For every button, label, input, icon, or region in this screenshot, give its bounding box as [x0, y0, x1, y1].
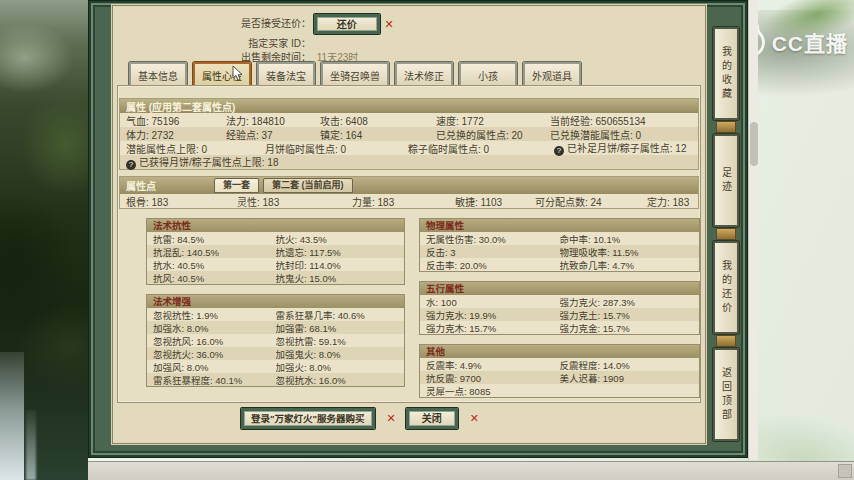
attribute-row: 气血: 75196法力: 184810攻击: 6408速度: 1772当前经验:… — [120, 113, 698, 127]
stat-cell: 根骨: 183 — [126, 194, 237, 209]
stat-cell: 抗封印: 114.0% — [276, 258, 399, 272]
stat-cell: 速度: 1772 — [436, 113, 550, 128]
stat-box-row: 忽视抗风: 16.0%忽视抗雷: 59.1% — [147, 334, 404, 347]
stat-value: 0 — [341, 144, 347, 155]
stat-value: 6408 — [346, 116, 368, 127]
stat-box-row: 雷系狂暴程度: 40.1%忽视抗水: 16.0% — [147, 373, 404, 386]
stat-cell: 反震程度: 14.0% — [560, 358, 693, 372]
red-mark-icon: ✕ — [470, 412, 479, 425]
side-nav-2[interactable]: 足迹 — [713, 134, 739, 227]
stat-value: 183 — [263, 197, 280, 208]
screen: CC直播 是否接受还价： 还价 ✕ 指定买家 ID： 出售剩余时间： 11天23… — [0, 0, 854, 480]
attributes-section-title: 属性 (应用第二套属性点) — [120, 99, 698, 113]
page-scrollbar[interactable] — [748, 0, 758, 460]
stat-label: 定力: — [647, 197, 673, 208]
stat-cell: 反击: 3 — [426, 245, 559, 259]
stat-box-title: 法术抗性 — [147, 219, 404, 232]
attribute-points-row: 根骨: 183灵性: 183力量: 183敏捷: 1103可分配点数: 24定力… — [120, 194, 698, 208]
red-mark-icon: ✕ — [385, 18, 394, 30]
attribute-row: 潜能属性点上限: 0月饼临时属性点: 0粽子临时属性点: 0?已补足月饼/粽子属… — [120, 141, 698, 155]
stat-box-row: 无属性伤害: 30.0%命中率: 10.1% — [420, 232, 699, 245]
window-content: 是否接受还价： 还价 ✕ 指定买家 ID： 出售剩余时间： 11天23时 基本信… — [113, 6, 705, 443]
stat-cell: 水: 100 — [426, 295, 559, 309]
stat-cell: 强力克土: 15.7% — [560, 308, 693, 322]
stat-label: 已兑换潜能属性点: — [550, 130, 636, 141]
stat-cell: 反震率: 4.9% — [426, 358, 559, 372]
login-server-buy-button[interactable]: 登录"万家灯火"服务器购买 — [241, 408, 375, 429]
stat-box: 法术抗性抗雷: 84.5%抗火: 43.5%抗混乱: 140.5%抗遗忘: 11… — [146, 218, 405, 285]
stat-box-row: 抗反震: 9700美人迟暮: 1909 — [420, 371, 699, 384]
stat-box-row: 抗混乱: 140.5%抗遗忘: 117.5% — [147, 245, 404, 258]
attribute-row: ?已获得月饼/粽子属性点上限: 18 — [120, 155, 698, 169]
stat-value: 24 — [591, 197, 602, 208]
stat-cell: 当前经验: 650655134 — [550, 113, 692, 128]
point-set-tabs: 第一套第二套 (当前启用) — [214, 178, 357, 193]
stat-cell: 加强风: 8.0% — [153, 360, 276, 374]
stat-value: 0 — [202, 144, 208, 155]
knot-divider — [716, 121, 736, 133]
stat-label: 速度: — [436, 116, 462, 127]
stat-box-row: 灵犀一点: 8085 — [420, 384, 699, 397]
knot-divider — [716, 335, 736, 347]
stat-cell: 美人迟暮: 1909 — [560, 371, 693, 385]
stat-value: 183 — [152, 197, 169, 208]
attribute-points-section: 属性点 第一套第二套 (当前启用) 根骨: 183灵性: 183力量: 183敏… — [119, 176, 699, 209]
stat-box-title: 物理属性 — [420, 219, 699, 232]
stat-label: 粽子临时属性点: — [408, 144, 484, 155]
stat-label: 已兑换的属性点: — [436, 130, 512, 141]
stat-cell: 加强鬼火: 8.0% — [276, 347, 399, 361]
stat-cell: 镇定: 164 — [320, 127, 436, 142]
stat-cell: 法力: 184810 — [226, 113, 320, 128]
stat-box-title: 其他 — [420, 345, 699, 358]
attribute-points-title: 属性点 — [126, 178, 214, 193]
stat-cell: 强力克火: 287.3% — [560, 295, 693, 309]
stat-cell: 强力克木: 15.7% — [426, 321, 559, 335]
side-nav-1[interactable]: 我的收藏 — [713, 27, 739, 120]
accept-counter-offer-row: 是否接受还价： 还价 ✕ — [215, 14, 394, 34]
status-bar — [88, 461, 854, 480]
scrollbar-thumb[interactable] — [750, 122, 758, 166]
stat-label: 攻击: — [320, 116, 346, 127]
stat-value: 2732 — [152, 130, 174, 141]
side-nav-3[interactable]: 我的还价 — [713, 241, 739, 334]
stat-cell: 抗反震: 9700 — [426, 371, 559, 385]
stat-box-row: 抗水: 40.5%抗封印: 114.0% — [147, 258, 404, 271]
stat-cell: 命中率: 10.1% — [560, 232, 693, 246]
stat-cell: 灵犀一点: 8085 — [426, 384, 559, 398]
close-button[interactable]: 关闭 — [406, 408, 458, 429]
accept-counter-offer-label: 是否接受还价： — [215, 15, 311, 30]
point-set-tab-2[interactable]: 第二套 (当前启用) — [263, 178, 353, 193]
stat-value: 20 — [512, 130, 523, 141]
stat-cell: 力量: 183 — [352, 194, 455, 209]
stat-cell: 抗火: 43.5% — [276, 232, 399, 246]
stat-cell: 忽视抗火: 36.0% — [153, 347, 276, 361]
stat-cell: 抗鬼火: 15.0% — [276, 271, 399, 285]
stat-cell: 雷系狂暴程度: 40.1% — [153, 373, 276, 387]
trade-detail-window: 是否接受还价： 还价 ✕ 指定买家 ID： 出售剩余时间： 11天23时 基本信… — [88, 0, 748, 458]
stat-cell: 忽视抗性: 1.9% — [153, 308, 276, 322]
counter-offer-button[interactable]: 还价 — [314, 14, 380, 34]
stat-cell: 物理吸收率: 11.5% — [560, 245, 693, 259]
question-icon[interactable]: ? — [126, 160, 136, 170]
stat-value: 164 — [346, 130, 363, 141]
stat-label: 根骨: — [126, 197, 152, 208]
stat-cell: 经验点: 37 — [226, 127, 320, 142]
point-set-tab-1[interactable]: 第一套 — [214, 178, 259, 193]
stat-value: 1103 — [481, 197, 503, 208]
stat-label: 已获得月饼/粽子属性点上限: — [139, 157, 267, 168]
stat-box-row: 加强水: 8.0%加强雷: 68.1% — [147, 321, 404, 334]
stat-boxes-right-column: 物理属性无属性伤害: 30.0%命中率: 10.1%反击: 3物理吸收率: 11… — [419, 218, 700, 407]
side-nav-4[interactable]: 返回顶部 — [713, 348, 739, 441]
stat-box: 物理属性无属性伤害: 30.0%命中率: 10.1%反击: 3物理吸收率: 11… — [419, 218, 700, 272]
stat-value: 184810 — [252, 116, 285, 127]
attributes-section: 属性 (应用第二套属性点) 气血: 75196法力: 184810攻击: 640… — [119, 98, 699, 170]
stat-cell: 加强水: 8.0% — [153, 321, 276, 335]
stat-label: 可分配点数: — [535, 197, 591, 208]
stat-cell: 气血: 75196 — [126, 113, 226, 128]
resize-grip[interactable] — [838, 464, 852, 478]
waterfall-image — [26, 410, 36, 480]
stat-cell: 已兑换的属性点: 20 — [436, 127, 550, 142]
buyer-id-label: 指定买家 ID： — [215, 35, 311, 50]
stat-label: 月饼临时属性点: — [265, 144, 341, 155]
stat-cell: 忽视抗风: 16.0% — [153, 334, 276, 348]
